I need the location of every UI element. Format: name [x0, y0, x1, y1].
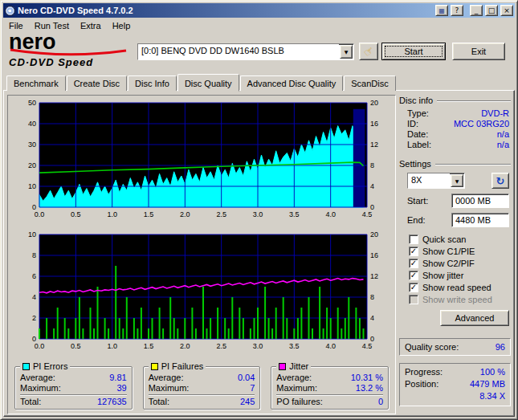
quality-score-label: Quality score:	[405, 342, 459, 352]
advanced-button[interactable]: Advanced	[440, 310, 509, 326]
checkbox-row-show-c1-pie[interactable]: ✓Show C1/PIE	[409, 245, 509, 257]
tab-benchmark[interactable]: Benchmark	[6, 75, 66, 91]
quality-score-value: 96	[496, 342, 505, 352]
progress-box: Progress:100 %Position:4479 MB8.34 X	[399, 363, 511, 406]
divider	[435, 164, 511, 165]
drive-eject-button[interactable]: ☞	[359, 43, 378, 60]
disc-info-id-label: ID:	[407, 119, 418, 129]
disc-info-label-row: Label:n/a	[407, 140, 509, 150]
checkbox-show-c2-pif[interactable]: ✓	[409, 259, 418, 268]
end-position-input[interactable]: 4480 MB	[451, 213, 509, 227]
tab-advanced-disc-quality[interactable]: Advanced Disc Quality	[240, 75, 344, 91]
svg-text:10: 10	[28, 230, 36, 239]
pi-failures-average-label: Average:	[149, 373, 184, 383]
tab-scandisc[interactable]: ScanDisc	[344, 75, 395, 91]
checkmark-icon: ✓	[410, 259, 417, 267]
pi-failures-legend-swatch	[151, 363, 158, 370]
svg-text:2.5: 2.5	[216, 342, 226, 350]
svg-text:4: 4	[32, 293, 36, 301]
svg-text:4.0: 4.0	[325, 342, 336, 350]
titlebar-extra-button-1[interactable]: ▦	[435, 5, 448, 16]
side-panel: Disc info Type:DVD-RID:MCC 03RG20Date:n/…	[399, 95, 511, 413]
checkbox-row-show-jitter[interactable]: ✓Show jitter	[409, 269, 509, 281]
svg-text:0.0: 0.0	[35, 210, 45, 218]
tab-strip: BenchmarkCreate DiscDisc InfoDisc Qualit…	[6, 73, 397, 91]
checkmark-icon: ✓	[410, 247, 417, 255]
svg-text:16: 16	[370, 120, 378, 128]
checkbox-show-c1-pie[interactable]: ✓	[409, 247, 418, 256]
svg-text:20: 20	[370, 230, 378, 239]
exit-button[interactable]: Exit	[452, 43, 505, 60]
maximize-icon: □	[488, 6, 496, 15]
svg-text:0: 0	[370, 335, 374, 343]
pi-failures-average-row: Average:0.04	[149, 373, 255, 383]
checkbox-show-write-speed[interactable]	[409, 295, 418, 304]
pi-failures-total-label: Total:	[149, 397, 169, 407]
checkbox-label-show-read-speed: Show read speed	[422, 283, 491, 292]
jitter-average-value: 10.31 %	[351, 373, 383, 383]
svg-text:3.5: 3.5	[289, 210, 300, 218]
checkbox-quick-scan[interactable]	[409, 234, 418, 244]
settings-block: 8X ▼ ↻ Start: 0000 MB End: 4480 MB Quick…	[407, 173, 509, 326]
disc-info-title: Disc info	[399, 96, 433, 105]
pi-errors-chart: 0.00.51.01.52.02.53.03.54.04.50102030405…	[9, 98, 394, 225]
svg-text:0: 0	[32, 203, 36, 211]
hand-pointer-icon: ☞	[361, 43, 376, 59]
pi-failures-total-row: Total:245	[149, 397, 255, 407]
minimize-button[interactable]: _	[470, 5, 483, 16]
scan-speed-value: 8X	[408, 173, 450, 188]
menu-help[interactable]: Help	[107, 19, 137, 32]
checkbox-row-show-c2-pif[interactable]: ✓Show C2/PIF	[409, 257, 509, 269]
progress-progress-row: Progress:100 %	[405, 366, 505, 378]
window-title: Nero CD-DVD Speed 4.7.0.2	[18, 6, 433, 15]
start-button[interactable]: Start	[381, 43, 446, 60]
jitter-po-failures-row: PO failures:0	[276, 397, 383, 407]
pi-failures-total-value: 245	[240, 397, 255, 407]
titlebar-extra-button-2[interactable]: ?	[451, 5, 463, 16]
checkbox-show-read-speed[interactable]: ✓	[409, 283, 418, 292]
pi-errors-total-label: Total:	[20, 397, 41, 407]
chevron-down-icon[interactable]: ▼	[340, 45, 353, 59]
pi-errors-average-value: 9.81	[109, 373, 126, 383]
pi-errors-legend-label: PI Errors	[33, 361, 67, 371]
tab-disc-info[interactable]: Disc Info	[128, 75, 177, 91]
jitter-legend-swatch	[279, 363, 286, 370]
svg-text:3.5: 3.5	[289, 342, 300, 350]
drive-select[interactable]: [0:0] BENQ DVD DD DW1640 BSLB ▼	[137, 43, 354, 60]
disc-info-type-row: Type:DVD-R	[407, 108, 509, 119]
settings-title: Settings	[399, 159, 431, 169]
checkbox-row-show-read-speed[interactable]: ✓Show read speed	[409, 281, 509, 293]
chevron-down-icon[interactable]: ▼	[451, 174, 463, 187]
refresh-button[interactable]: ↻	[491, 173, 509, 189]
menu-bar: FileRun TestExtraHelp	[3, 18, 515, 33]
svg-text:2.0: 2.0	[180, 342, 190, 350]
svg-text:20: 20	[370, 99, 378, 107]
titlebar[interactable]: Nero CD-DVD Speed 4.7.0.2 ▦ ? _ □ ×	[3, 3, 515, 18]
svg-text:0: 0	[370, 203, 374, 211]
app-window: Nero CD-DVD Speed 4.7.0.2 ▦ ? _ □ × File…	[0, 0, 518, 420]
scan-speed-select[interactable]: 8X ▼	[407, 173, 465, 189]
start-position-input[interactable]: 0000 MB	[451, 194, 509, 208]
help-icon: ?	[455, 6, 459, 15]
checkbox-show-jitter[interactable]: ✓	[409, 271, 418, 280]
menu-extra[interactable]: Extra	[75, 19, 107, 32]
jitter-stats: JitterAverage:10.31 %Maximum:13.2 %PO fa…	[271, 366, 389, 410]
minimize-icon: _	[475, 6, 479, 15]
tab-disc-quality[interactable]: Disc Quality	[177, 74, 239, 92]
close-button[interactable]: ×	[500, 5, 513, 16]
checkmark-icon: ✓	[410, 283, 417, 292]
svg-text:20: 20	[28, 161, 36, 169]
logo-subtext: CD·DVD Speed	[9, 56, 131, 68]
divider	[149, 394, 255, 396]
checkbox-row-show-write-speed[interactable]: Show write speed	[409, 293, 509, 305]
checkmark-icon: ✓	[410, 271, 417, 279]
disc-info-type-label: Type:	[407, 108, 429, 119]
divider	[437, 100, 511, 102]
maximize-button[interactable]: □	[485, 5, 498, 16]
end-position-label: End:	[407, 215, 451, 225]
svg-text:0.0: 0.0	[35, 342, 45, 350]
checkbox-row-quick-scan[interactable]: Quick scan	[409, 233, 509, 245]
checkbox-label-show-write-speed: Show write speed	[422, 295, 492, 304]
tab-create-disc[interactable]: Create Disc	[67, 75, 127, 91]
divider	[20, 394, 127, 396]
